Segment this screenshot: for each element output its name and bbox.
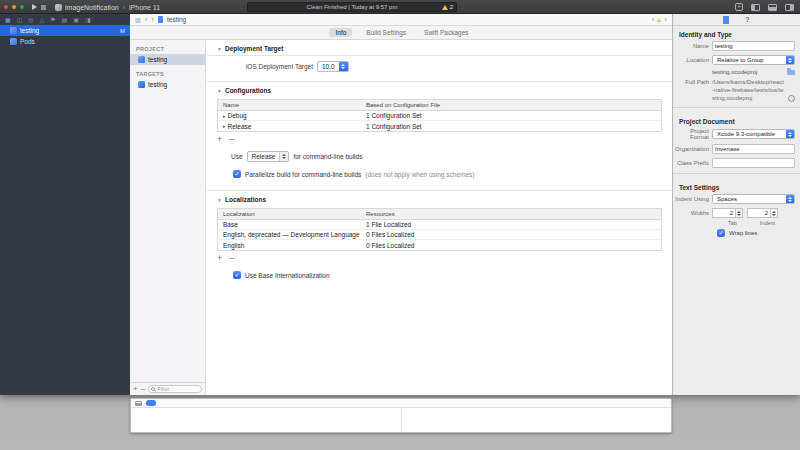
table-header-row: Localization Resources xyxy=(218,209,661,220)
navigator-toggle-icon[interactable] xyxy=(751,4,760,11)
disclosure-right-icon[interactable]: ▸ xyxy=(223,113,226,119)
warning-icon xyxy=(442,5,448,10)
base-internationalization-checkbox[interactable]: ✓ xyxy=(233,271,241,279)
full-path-label: Full Path xyxy=(673,79,709,85)
tab-info[interactable]: Info xyxy=(329,28,352,37)
add-localization-button[interactable]: + xyxy=(217,254,222,263)
name-field[interactable]: testing xyxy=(712,41,795,51)
warning-badge[interactable]: 2 xyxy=(442,4,453,10)
deployment-target-section-header[interactable]: ▼ Deployment Target xyxy=(207,40,672,55)
ios-deployment-target-row: iOS Deployment Target 10.0 xyxy=(217,61,672,72)
disclosure-right-icon[interactable]: ▸ xyxy=(223,123,226,129)
disclosure-down-icon[interactable]: ▼ xyxy=(217,88,222,94)
navigator-tab-breakpoint-icon[interactable]: ▣ xyxy=(73,16,79,23)
jumpbar-file-name[interactable]: testing xyxy=(167,16,186,23)
popup-arrows-icon xyxy=(786,195,794,203)
config-file: 1 Configuration Set xyxy=(362,123,661,130)
add-target-button[interactable]: + xyxy=(133,385,138,393)
wrap-lines-checkbox[interactable]: ✓ xyxy=(717,229,725,237)
window-close-button[interactable] xyxy=(4,5,8,9)
related-items-icon[interactable]: ▥ xyxy=(135,16,141,23)
parallelize-note: (does not apply when using schemes) xyxy=(365,171,474,178)
navigator-tab-debug-icon[interactable]: ▤ xyxy=(62,16,68,23)
scheme-separator-icon: › xyxy=(123,4,125,11)
indent-width-stepper[interactable]: 2 xyxy=(747,208,778,218)
panel-filter-input[interactable]: Filter xyxy=(148,385,202,393)
navigator-item-testing[interactable]: testing M xyxy=(0,25,130,36)
choose-location-folder-icon[interactable] xyxy=(787,70,795,75)
navigator-tab-project-icon[interactable]: ▦ xyxy=(5,16,11,23)
parallelize-checkbox[interactable]: ✓ xyxy=(233,170,241,178)
navigator-tab-issue-icon[interactable]: △ xyxy=(40,16,45,23)
tab-build-settings[interactable]: Build Settings xyxy=(362,28,410,37)
parallelize-label: Parallelize build for command-line build… xyxy=(245,171,361,178)
stepper-arrows-icon[interactable] xyxy=(770,209,777,217)
navigator-tab-test-icon[interactable]: ⚑ xyxy=(50,16,55,23)
localization-name: Base xyxy=(218,221,362,228)
tab-width-stepper[interactable]: 2 xyxy=(712,208,743,218)
ios-deployment-target-popup[interactable]: 10.0 xyxy=(317,61,349,72)
previous-issue-icon[interactable]: ‹ xyxy=(652,16,655,24)
column-header-based-on: Based on Configuration File xyxy=(362,102,661,108)
configurations-section-header[interactable]: ▼ Configurations xyxy=(207,82,672,97)
pane-divider xyxy=(401,408,402,432)
add-configuration-button[interactable]: + xyxy=(217,135,222,144)
next-issue-icon[interactable]: › xyxy=(664,16,667,24)
indent-using-popup[interactable]: Spaces xyxy=(712,194,795,204)
table-row[interactable]: ▸Release 1 Configuration Set xyxy=(218,121,661,131)
issue-warning-icon[interactable] xyxy=(657,18,661,22)
window-minimize-button[interactable] xyxy=(12,5,16,9)
run-button-icon[interactable] xyxy=(32,4,37,10)
quick-help-icon[interactable]: ? xyxy=(745,16,749,23)
stop-button-icon[interactable] xyxy=(41,5,46,10)
disclosure-down-icon[interactable]: ▼ xyxy=(217,46,222,52)
disclosure-down-icon[interactable]: ▼ xyxy=(217,197,222,203)
project-targets-panel: PROJECT testing TARGETS testing + – xyxy=(130,40,206,395)
window-zoom-button[interactable] xyxy=(20,5,24,9)
localizations-section-header[interactable]: ▼ Localizations xyxy=(207,191,672,206)
table-row[interactable]: Base 1 File Localized xyxy=(218,220,661,230)
tab-width-value: 2 xyxy=(713,209,735,217)
navigator-tab-source-control-icon[interactable]: ◫ xyxy=(17,16,23,23)
target-row-testing[interactable]: testing xyxy=(130,79,205,90)
project-format-popup[interactable]: Xcode 9.3-compatible xyxy=(712,129,795,139)
navigator-item-label: testing xyxy=(20,27,39,34)
wrap-lines-label: Wrap lines xyxy=(729,230,757,236)
breakpoint-toggle-icon[interactable] xyxy=(146,400,156,406)
project-file-icon xyxy=(10,38,17,45)
location-popup[interactable]: Relative to Group xyxy=(712,55,795,65)
wrap-lines-row: ✓ Wrap lines xyxy=(717,229,800,237)
remove-localization-button[interactable]: – xyxy=(229,254,234,263)
file-inspector-icon[interactable] xyxy=(723,16,729,24)
table-row[interactable]: English, deprecated — Development Langua… xyxy=(218,230,661,240)
forward-icon[interactable]: › xyxy=(151,16,154,24)
remove-target-button[interactable]: – xyxy=(141,385,145,393)
toolbar-right-group: + xyxy=(735,0,794,14)
warning-count: 2 xyxy=(450,4,453,10)
scheme-name[interactable]: imageNotification xyxy=(65,4,119,11)
table-row[interactable]: English 0 Files Localized xyxy=(218,240,661,250)
inspector-toggle-icon[interactable] xyxy=(785,4,794,11)
scheme-selector[interactable]: imageNotification xyxy=(55,4,119,11)
library-icon[interactable]: + xyxy=(735,3,743,11)
indent-width-value: 2 xyxy=(748,209,770,217)
organization-field[interactable]: Invertase xyxy=(712,144,795,154)
table-row[interactable]: ▸Debug 1 Configuration Set xyxy=(218,111,661,121)
project-row-testing[interactable]: testing xyxy=(130,54,205,65)
debug-area-toggle-icon[interactable] xyxy=(768,4,777,11)
stepper-arrows-icon[interactable] xyxy=(735,209,742,217)
device-selector[interactable]: iPhone 11 xyxy=(129,4,160,11)
activity-viewer: Clean Finished | Today at 9:57 pm 2 xyxy=(247,2,457,12)
class-prefix-field[interactable] xyxy=(712,158,795,168)
remove-configuration-button[interactable]: – xyxy=(229,135,234,144)
tab-swift-packages[interactable]: Swift Packages xyxy=(420,28,472,37)
project-editor-tab-bar: Info Build Settings Swift Packages xyxy=(130,26,672,40)
command-line-config-popup[interactable]: Release xyxy=(247,151,290,162)
debug-area-icon[interactable] xyxy=(135,401,142,406)
indent-using-label: Indent Using xyxy=(673,196,709,202)
back-icon[interactable]: ‹ xyxy=(145,16,148,24)
navigator-tab-symbol-icon[interactable]: ◎ xyxy=(28,16,33,23)
navigator-tab-report-icon[interactable]: ◨ xyxy=(85,16,91,23)
navigator-item-pods[interactable]: Pods xyxy=(0,36,130,47)
localization-resources: 1 File Localized xyxy=(362,221,661,228)
